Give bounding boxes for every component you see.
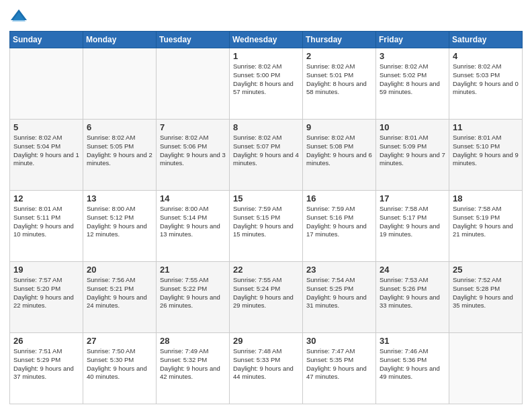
day-number: 10 [380, 122, 445, 132]
calendar-cell: 28Sunrise: 7:49 AM Sunset: 5:32 PM Dayli… [157, 333, 230, 404]
weekday-header-tuesday: Tuesday [157, 32, 230, 48]
day-content: Sunrise: 7:49 AM Sunset: 5:32 PM Dayligh… [160, 347, 226, 381]
day-content: Sunrise: 7:47 AM Sunset: 5:35 PM Dayligh… [306, 347, 372, 381]
day-content: Sunrise: 7:50 AM Sunset: 5:30 PM Dayligh… [87, 347, 152, 381]
day-number: 25 [453, 265, 519, 275]
day-content: Sunrise: 7:54 AM Sunset: 5:25 PM Dayligh… [306, 276, 372, 310]
day-number: 22 [233, 265, 299, 275]
calendar-cell: 14Sunrise: 8:00 AM Sunset: 5:14 PM Dayli… [157, 191, 230, 262]
calendar-cell: 3Sunrise: 8:02 AM Sunset: 5:02 PM Daylig… [376, 48, 449, 120]
weekday-header-monday: Monday [83, 32, 157, 48]
calendar-cell: 29Sunrise: 7:48 AM Sunset: 5:33 PM Dayli… [230, 333, 303, 404]
calendar-cell: 2Sunrise: 8:02 AM Sunset: 5:01 PM Daylig… [303, 48, 376, 120]
day-content: Sunrise: 8:00 AM Sunset: 5:14 PM Dayligh… [160, 205, 226, 239]
day-content: Sunrise: 8:02 AM Sunset: 5:07 PM Dayligh… [233, 134, 299, 168]
weekday-header-wednesday: Wednesday [230, 32, 303, 48]
calendar-cell: 4Sunrise: 8:02 AM Sunset: 5:03 PM Daylig… [449, 48, 523, 120]
day-number: 1 [233, 51, 299, 61]
calendar-cell [449, 333, 523, 404]
day-content: Sunrise: 8:01 AM Sunset: 5:09 PM Dayligh… [380, 134, 445, 168]
day-number: 15 [233, 193, 299, 203]
calendar-cell: 12Sunrise: 8:01 AM Sunset: 5:11 PM Dayli… [10, 191, 83, 262]
day-content: Sunrise: 7:46 AM Sunset: 5:36 PM Dayligh… [380, 347, 445, 381]
calendar-cell [10, 48, 83, 120]
week-row-2: 5Sunrise: 8:02 AM Sunset: 5:04 PM Daylig… [10, 120, 523, 191]
weekday-header-sunday: Sunday [10, 32, 83, 48]
day-number: 8 [233, 122, 299, 132]
calendar-cell: 27Sunrise: 7:50 AM Sunset: 5:30 PM Dayli… [83, 333, 157, 404]
day-number: 2 [306, 51, 372, 61]
day-content: Sunrise: 8:02 AM Sunset: 5:06 PM Dayligh… [160, 134, 226, 168]
day-content: Sunrise: 7:51 AM Sunset: 5:29 PM Dayligh… [13, 347, 79, 381]
day-number: 20 [87, 265, 152, 275]
day-number: 26 [13, 336, 79, 346]
day-content: Sunrise: 7:55 AM Sunset: 5:24 PM Dayligh… [233, 276, 299, 310]
weekday-header-friday: Friday [376, 32, 449, 48]
day-number: 16 [306, 193, 372, 203]
day-number: 7 [160, 122, 226, 132]
calendar-table: SundayMondayTuesdayWednesdayThursdayFrid… [9, 31, 523, 404]
calendar-cell: 26Sunrise: 7:51 AM Sunset: 5:29 PM Dayli… [10, 333, 83, 404]
day-content: Sunrise: 7:56 AM Sunset: 5:21 PM Dayligh… [87, 276, 152, 310]
day-content: Sunrise: 7:52 AM Sunset: 5:28 PM Dayligh… [453, 276, 519, 310]
calendar-cell: 7Sunrise: 8:02 AM Sunset: 5:06 PM Daylig… [157, 120, 230, 191]
day-number: 13 [87, 193, 152, 203]
day-content: Sunrise: 7:59 AM Sunset: 5:15 PM Dayligh… [233, 205, 299, 239]
day-number: 23 [306, 265, 372, 275]
day-number: 28 [160, 336, 226, 346]
day-number: 29 [233, 336, 299, 346]
weekday-header-thursday: Thursday [303, 32, 376, 48]
day-content: Sunrise: 7:55 AM Sunset: 5:22 PM Dayligh… [160, 276, 226, 310]
day-number: 18 [453, 193, 519, 203]
day-number: 31 [380, 336, 445, 346]
calendar-cell: 10Sunrise: 8:01 AM Sunset: 5:09 PM Dayli… [376, 120, 449, 191]
day-content: Sunrise: 7:58 AM Sunset: 5:17 PM Dayligh… [380, 205, 445, 239]
calendar-cell: 11Sunrise: 8:01 AM Sunset: 5:10 PM Dayli… [449, 120, 523, 191]
day-content: Sunrise: 7:58 AM Sunset: 5:19 PM Dayligh… [453, 205, 519, 239]
calendar-cell [83, 48, 157, 120]
day-content: Sunrise: 7:48 AM Sunset: 5:33 PM Dayligh… [233, 347, 299, 381]
calendar-cell: 13Sunrise: 8:00 AM Sunset: 5:12 PM Dayli… [83, 191, 157, 262]
day-number: 5 [13, 122, 79, 132]
calendar-cell: 15Sunrise: 7:59 AM Sunset: 5:15 PM Dayli… [230, 191, 303, 262]
calendar-cell: 23Sunrise: 7:54 AM Sunset: 5:25 PM Dayli… [303, 262, 376, 333]
day-number: 14 [160, 193, 226, 203]
day-number: 30 [306, 336, 372, 346]
day-number: 17 [380, 193, 445, 203]
calendar-cell: 19Sunrise: 7:57 AM Sunset: 5:20 PM Dayli… [10, 262, 83, 333]
week-row-3: 12Sunrise: 8:01 AM Sunset: 5:11 PM Dayli… [10, 191, 523, 262]
header [9, 7, 523, 26]
calendar-cell: 17Sunrise: 7:58 AM Sunset: 5:17 PM Dayli… [376, 191, 449, 262]
calendar-cell: 24Sunrise: 7:53 AM Sunset: 5:26 PM Dayli… [376, 262, 449, 333]
day-content: Sunrise: 8:02 AM Sunset: 5:03 PM Dayligh… [453, 62, 519, 97]
day-content: Sunrise: 8:02 AM Sunset: 5:02 PM Dayligh… [380, 62, 445, 97]
calendar-cell: 25Sunrise: 7:52 AM Sunset: 5:28 PM Dayli… [449, 262, 523, 333]
day-number: 21 [160, 265, 226, 275]
logo-icon [9, 7, 28, 26]
day-content: Sunrise: 8:02 AM Sunset: 5:01 PM Dayligh… [306, 62, 372, 97]
calendar-cell: 30Sunrise: 7:47 AM Sunset: 5:35 PM Dayli… [303, 333, 376, 404]
day-content: Sunrise: 8:02 AM Sunset: 5:05 PM Dayligh… [87, 134, 152, 168]
day-content: Sunrise: 8:02 AM Sunset: 5:08 PM Dayligh… [306, 134, 372, 168]
calendar-cell: 8Sunrise: 8:02 AM Sunset: 5:07 PM Daylig… [230, 120, 303, 191]
calendar-cell: 21Sunrise: 7:55 AM Sunset: 5:22 PM Dayli… [157, 262, 230, 333]
calendar-cell: 6Sunrise: 8:02 AM Sunset: 5:05 PM Daylig… [83, 120, 157, 191]
day-number: 4 [453, 51, 519, 61]
calendar-cell: 18Sunrise: 7:58 AM Sunset: 5:19 PM Dayli… [449, 191, 523, 262]
day-content: Sunrise: 7:57 AM Sunset: 5:20 PM Dayligh… [13, 276, 79, 310]
page: SundayMondayTuesdayWednesdayThursdayFrid… [0, 0, 532, 411]
day-number: 9 [306, 122, 372, 132]
day-number: 11 [453, 122, 519, 132]
day-number: 19 [13, 265, 79, 275]
calendar-cell: 5Sunrise: 8:02 AM Sunset: 5:04 PM Daylig… [10, 120, 83, 191]
day-content: Sunrise: 8:02 AM Sunset: 5:00 PM Dayligh… [233, 62, 299, 97]
calendar-cell [157, 48, 230, 120]
day-content: Sunrise: 8:01 AM Sunset: 5:11 PM Dayligh… [13, 205, 79, 239]
day-number: 6 [87, 122, 152, 132]
calendar-cell: 20Sunrise: 7:56 AM Sunset: 5:21 PM Dayli… [83, 262, 157, 333]
calendar-cell: 1Sunrise: 8:02 AM Sunset: 5:00 PM Daylig… [230, 48, 303, 120]
calendar-cell: 16Sunrise: 7:59 AM Sunset: 5:16 PM Dayli… [303, 191, 376, 262]
weekday-header-saturday: Saturday [449, 32, 523, 48]
week-row-5: 26Sunrise: 7:51 AM Sunset: 5:29 PM Dayli… [10, 333, 523, 404]
day-content: Sunrise: 8:01 AM Sunset: 5:10 PM Dayligh… [453, 134, 519, 168]
